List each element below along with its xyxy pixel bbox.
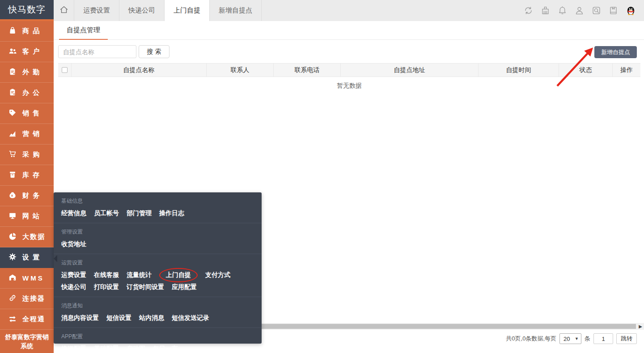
menu-item-print-settings[interactable]: 打印设置: [94, 283, 119, 291]
menu-item-message-content[interactable]: 消息内容设置: [61, 314, 99, 322]
qq-avatar[interactable]: [626, 5, 636, 16]
clipboard-icon: [8, 68, 17, 77]
tab-pickup-point-management[interactable]: 自提点管理: [59, 21, 108, 40]
menu-item-app-config[interactable]: 应用配置: [172, 283, 197, 291]
gear-icon: [8, 253, 17, 262]
link-icon: [8, 294, 17, 303]
svg-text:¥: ¥: [11, 194, 14, 198]
page-size-select[interactable]: 20 ▼: [559, 333, 581, 344]
sidebar-item-customers[interactable]: 客 户: [0, 42, 54, 62]
sidebar-item-sales[interactable]: 销 售: [0, 103, 54, 124]
menu-item-online-service[interactable]: 在线客服: [94, 271, 119, 279]
sidebar-item-big-data[interactable]: 大数据: [0, 227, 54, 247]
menu-item-site-messages[interactable]: 站内消息: [139, 314, 164, 322]
col-address: 自提点地址: [341, 64, 479, 77]
pickup-point-name-input[interactable]: [58, 45, 136, 58]
pagination: 共0页,0条数据,每页 20 ▼ 条 跳转: [506, 333, 637, 344]
topbar-icons: [524, 0, 644, 21]
sidebar-item-wms[interactable]: WMS: [0, 268, 54, 289]
sidebar-item-connector[interactable]: 连接器: [0, 289, 54, 309]
refresh-icon[interactable]: [524, 6, 533, 15]
col-contact-phone: 联系电话: [274, 64, 341, 77]
home-icon: [59, 5, 69, 16]
warehouse-icon: [8, 273, 17, 283]
col-pickup-time: 自提时间: [479, 64, 559, 77]
sidebar-item-settings[interactable]: 设 置: [0, 247, 54, 268]
page-number-input[interactable]: [593, 333, 613, 344]
col-contact: 联系人: [207, 64, 274, 77]
bag-icon: [8, 26, 17, 36]
menu-item-shipping-settings[interactable]: 运费设置: [61, 271, 86, 279]
menu-item-payment-methods[interactable]: 支付方式: [205, 271, 230, 279]
tab-pickup[interactable]: 上门自提: [165, 0, 210, 21]
app-window: 快马数字 商 品 客 户 外 勤 办 公 销 售 营 销 采 购: [0, 0, 644, 353]
menu-item-business-info[interactable]: 经营信息: [61, 209, 86, 217]
search-button[interactable]: 搜 索: [139, 45, 169, 58]
sidebar-item-finance[interactable]: ¥ 财 务: [0, 186, 54, 206]
menu-item-daily-quote[interactable]: 每日一言: [153, 345, 178, 353]
jump-button[interactable]: 跳转: [616, 333, 637, 344]
moneybag-icon: ¥: [8, 191, 17, 200]
menu-section-operations: 运营设置 运费设置 在线客服 流量统计 上门自提 支付方式 快递公司 打印设置 …: [54, 254, 262, 297]
col-status: 状态: [559, 64, 613, 77]
menu-item-traffic-stats[interactable]: 流量统计: [127, 271, 152, 279]
menu-item-splash-image[interactable]: 启动图: [127, 345, 145, 353]
settings-popup-menu: 基础信息 经营信息 员工帐号 部门管理 操作日志 管理设置 收货地址 运营设置 …: [54, 192, 262, 344]
bell-icon[interactable]: [558, 6, 567, 15]
chevron-down-icon: ▼: [575, 336, 579, 341]
menu-item-push-config[interactable]: 推送配置: [61, 345, 86, 353]
menu-section-app-config: APP配置 推送配置 基础配置 启动图 每日一言: [54, 328, 262, 353]
scrollbar-right-arrow-icon[interactable]: ▶: [639, 323, 642, 330]
sidebar-item-field-work[interactable]: 外 勤: [0, 62, 54, 83]
user-icon[interactable]: [575, 6, 584, 15]
sidebar-item-quantong[interactable]: 全程通: [0, 309, 54, 330]
transfer-icon: [8, 315, 17, 324]
pagination-unit: 条: [585, 335, 590, 343]
topbar: 运费设置 快递公司 上门自提 新增自提点: [54, 0, 644, 21]
col-operation: 操作: [613, 64, 640, 77]
menu-item-receiving-address[interactable]: 收货地址: [61, 240, 86, 248]
pie-icon: [8, 232, 17, 242]
tab-home[interactable]: [54, 0, 74, 21]
menu-item-order-time-settings[interactable]: 订货时间设置: [127, 283, 164, 291]
clipboard-icon: [8, 88, 17, 98]
book-icon[interactable]: [609, 6, 618, 15]
app-logo: 快马数字: [0, 0, 54, 21]
tag-icon: [8, 109, 17, 118]
menu-section-management: 管理设置 收货地址: [54, 223, 262, 254]
search-icon[interactable]: [592, 6, 601, 15]
tab-courier-company[interactable]: 快递公司: [119, 0, 165, 21]
sidebar-item-purchasing[interactable]: 采 购: [0, 145, 54, 165]
pagination-summary: 共0页,0条数据,每页: [506, 335, 556, 343]
menu-item-pickup[interactable]: 上门自提: [166, 271, 191, 279]
sidebar-item-office[interactable]: 办 公: [0, 83, 54, 103]
sidebar-item-website[interactable]: 网 站: [0, 206, 54, 227]
menu-item-courier-company[interactable]: 快递公司: [61, 283, 86, 291]
sidebar-item-marketing[interactable]: 营 销: [0, 124, 54, 145]
table-header-row: 自提点名称 联系人 联系电话 自提点地址 自提时间 状态 操作: [58, 63, 640, 77]
sidebar-item-products[interactable]: 商 品: [0, 21, 54, 42]
building-icon[interactable]: [541, 6, 550, 15]
chart-icon: [8, 129, 17, 139]
tab-add-pickup-point[interactable]: 新增自提点: [210, 0, 262, 21]
menu-item-operation-log[interactable]: 操作日志: [159, 209, 184, 217]
empty-data-text: 暂无数据: [58, 82, 640, 90]
menu-item-department-mgmt[interactable]: 部门管理: [127, 209, 152, 217]
cart-icon: [8, 150, 17, 159]
add-pickup-point-button[interactable]: 新增自提点: [594, 46, 637, 58]
tab-shipping-settings[interactable]: 运费设置: [74, 0, 119, 21]
select-all-checkbox[interactable]: [62, 67, 68, 73]
menu-section-basic-info: 基础信息 经营信息 员工帐号 部门管理 操作日志: [54, 192, 262, 223]
page-tab-bar: 自提点管理: [54, 21, 644, 40]
select-all-cell: [58, 64, 72, 77]
menu-item-sms-send-log[interactable]: 短信发送记录: [172, 314, 209, 322]
menu-item-employee-accounts[interactable]: 员工帐号: [94, 209, 119, 217]
box-icon: [8, 170, 17, 180]
menu-item-sms-settings[interactable]: 短信设置: [106, 314, 131, 322]
monitor-icon: [8, 212, 17, 221]
menu-item-basic-config[interactable]: 基础配置: [94, 345, 119, 353]
sidebar-item-inventory[interactable]: 库 存: [0, 165, 54, 186]
col-pickup-point-name: 自提点名称: [72, 64, 207, 77]
sidebar-footer-brand: 舒泰富数字营销系统: [0, 330, 54, 353]
menu-section-notifications: 消息通知 消息内容设置 短信设置 站内消息 短信发送记录: [54, 297, 262, 328]
